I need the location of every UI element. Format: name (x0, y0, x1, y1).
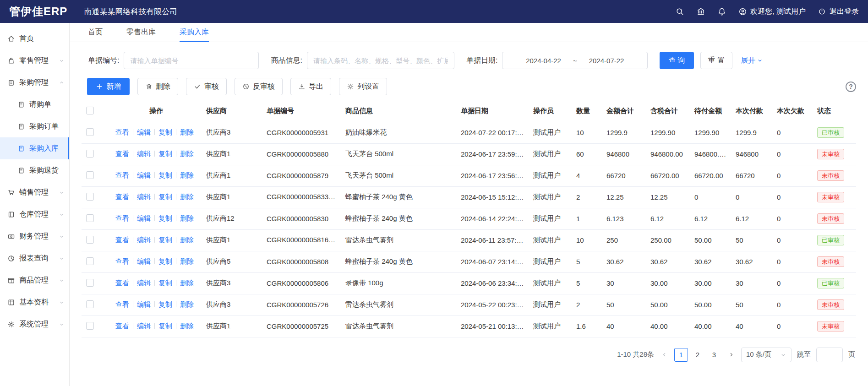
row-action-view[interactable]: 查看 (115, 214, 129, 222)
row-action-delete[interactable]: 删除 (180, 236, 194, 244)
row-action-edit[interactable]: 编辑 (137, 300, 151, 308)
row-checkbox[interactable] (86, 257, 94, 265)
tab-home[interactable]: 首页 (88, 23, 103, 42)
column-settings-label: 列设置 (357, 82, 379, 92)
sidebar-item-purchase-inbound[interactable]: 采购入库 (0, 137, 69, 159)
row-action-copy[interactable]: 复制 (158, 300, 172, 308)
row-action-delete[interactable]: 删除 (180, 171, 194, 179)
row-action-copy[interactable]: 复制 (158, 279, 172, 287)
row-action-edit[interactable]: 编辑 (137, 128, 151, 136)
row-checkbox[interactable] (86, 193, 94, 201)
row-action-delete[interactable]: 删除 (180, 300, 194, 308)
row-action-copy[interactable]: 复制 (158, 257, 172, 265)
page-size-select[interactable]: 10 条/页 (741, 348, 792, 362)
bell-icon[interactable] (717, 7, 726, 16)
row-action-delete[interactable]: 删除 (180, 279, 194, 287)
row-checkbox[interactable] (86, 214, 94, 222)
row-action-copy[interactable]: 复制 (158, 193, 172, 201)
row-checkbox[interactable] (86, 279, 94, 287)
row-action-delete[interactable]: 删除 (180, 214, 194, 222)
search-icon[interactable] (675, 7, 684, 16)
reset-button[interactable]: 重 置 (700, 52, 732, 69)
row-action-copy[interactable]: 复制 (158, 128, 172, 136)
sidebar-item-finance[interactable]: 财务管理 (0, 225, 69, 247)
row-action-view[interactable]: 查看 (115, 279, 129, 287)
tab-retail-outbound[interactable]: 零售出库 (126, 23, 156, 42)
sidebar-item-purchase-return[interactable]: 采购退货 (0, 159, 69, 181)
row-action-copy[interactable]: 复制 (158, 171, 172, 179)
row-action-view[interactable]: 查看 (115, 193, 129, 201)
sidebar-item-sales[interactable]: 销售管理 (0, 181, 69, 203)
search-button[interactable]: 查 询 (660, 52, 693, 69)
row-action-copy[interactable]: 复制 (158, 214, 172, 222)
doc-no-input[interactable] (124, 52, 259, 69)
date-from[interactable]: 2024-04-22 (526, 57, 561, 65)
sidebar-item-system[interactable]: 系统管理 (0, 313, 69, 335)
column-settings-button[interactable]: 列设置 (339, 78, 387, 95)
sidebar-item-basic[interactable]: 基本资料 (0, 291, 69, 313)
sidebar-item-purchase-order[interactable]: 采购订单 (0, 115, 69, 137)
sidebar-item-purchase[interactable]: 采购管理 (0, 71, 69, 93)
row-action-view[interactable]: 查看 (115, 257, 129, 265)
add-button[interactable]: 新增 (87, 78, 130, 95)
expand-link[interactable]: 展开 (741, 56, 763, 65)
delete-button[interactable]: 删除 (137, 78, 178, 95)
row-action-view[interactable]: 查看 (115, 150, 129, 158)
sidebar-item-report[interactable]: 报表查询 (0, 247, 69, 269)
welcome-user[interactable]: 欢迎您, 测试用户 (738, 7, 806, 16)
row-action-view[interactable]: 查看 (115, 322, 129, 330)
sidebar-item-retail[interactable]: 零售管理 (0, 49, 69, 71)
row-checkbox[interactable] (86, 300, 94, 308)
sidebar-item-home[interactable]: 首页 (0, 27, 69, 49)
sidebar-item-purchase-request[interactable]: 请购单 (0, 93, 69, 115)
cell-amount: 40 (602, 315, 646, 337)
row-action-edit[interactable]: 编辑 (137, 236, 151, 244)
row-action-edit[interactable]: 编辑 (137, 322, 151, 330)
row-action-copy[interactable]: 复制 (158, 236, 172, 244)
sidebar-item-goods[interactable]: 商品管理 (0, 269, 69, 291)
row-action-edit[interactable]: 编辑 (137, 150, 151, 158)
cell-date: 2024-06-14 22:24:34 (456, 208, 529, 229)
help-icon[interactable]: ? (846, 82, 856, 92)
row-action-copy[interactable]: 复制 (158, 322, 172, 330)
logout-button[interactable]: 退出登录 (818, 7, 859, 16)
row-checkbox[interactable] (86, 322, 94, 330)
page-button-3[interactable]: 3 (707, 348, 721, 362)
product-input[interactable] (307, 52, 454, 69)
row-action-view[interactable]: 查看 (115, 300, 129, 308)
row-checkbox[interactable] (86, 128, 94, 136)
row-action-view[interactable]: 查看 (115, 128, 129, 136)
row-action-delete[interactable]: 删除 (180, 322, 194, 330)
page-button-1[interactable]: 1 (674, 348, 688, 362)
date-to[interactable]: 2024-07-22 (589, 57, 624, 65)
row-action-delete[interactable]: 删除 (180, 150, 194, 158)
row-checkbox[interactable] (86, 171, 94, 179)
unaudit-button[interactable]: 反审核 (235, 78, 283, 95)
row-action-edit[interactable]: 编辑 (137, 257, 151, 265)
export-button[interactable]: 导出 (290, 78, 331, 95)
row-action-view[interactable]: 查看 (115, 236, 129, 244)
jump-input[interactable] (816, 348, 843, 362)
row-action-edit[interactable]: 编辑 (137, 193, 151, 201)
page-button-2[interactable]: 2 (691, 348, 704, 362)
row-action-view[interactable]: 查看 (115, 171, 129, 179)
row-action-edit[interactable]: 编辑 (137, 214, 151, 222)
row-checkbox[interactable] (86, 236, 94, 244)
user-icon (738, 7, 747, 16)
row-action-delete[interactable]: 删除 (180, 257, 194, 265)
row-action-copy[interactable]: 复制 (158, 150, 172, 158)
select-all-checkbox[interactable] (86, 107, 94, 114)
row-action-delete[interactable]: 删除 (180, 128, 194, 136)
row-action-edit[interactable]: 编辑 (137, 171, 151, 179)
row-action-edit[interactable]: 编辑 (137, 279, 151, 287)
row-action-delete[interactable]: 删除 (180, 193, 194, 201)
audit-button[interactable]: 审核 (186, 78, 227, 95)
bank-icon[interactable] (696, 7, 705, 16)
next-page-button[interactable] (726, 348, 736, 361)
date-range-picker[interactable]: 2024-04-22 ~ 2024-07-22 (502, 52, 648, 69)
delete-label: 删除 (156, 82, 170, 92)
prev-page-button[interactable] (660, 348, 669, 361)
row-checkbox[interactable] (86, 150, 94, 158)
tab-purchase-inbound[interactable]: 采购入库 (180, 23, 209, 42)
sidebar-item-warehouse[interactable]: 仓库管理 (0, 203, 69, 225)
